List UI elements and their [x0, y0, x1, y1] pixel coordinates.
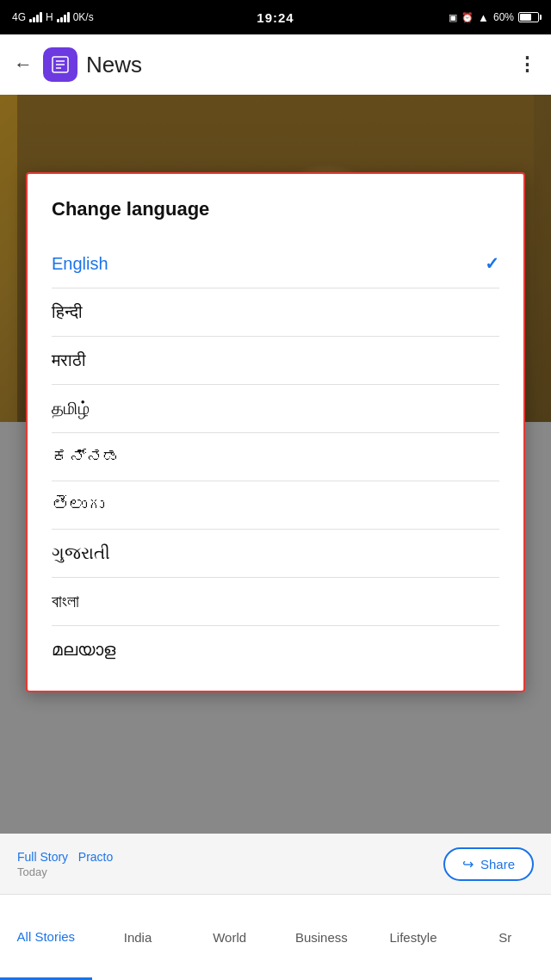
signal-bars-1: [29, 12, 42, 22]
language-item-telugu[interactable]: తెలుగు: [52, 481, 499, 530]
language-item-english[interactable]: English ✓: [52, 239, 499, 288]
tab-business[interactable]: Business: [276, 895, 368, 980]
tab-india[interactable]: India: [92, 895, 184, 980]
language-label-kannada: ಕನ್ನಡ: [52, 447, 121, 467]
language-label-hindi: हिन्दी: [52, 302, 83, 322]
language-item-bengali[interactable]: বাংলা: [52, 578, 499, 626]
tab-all-stories[interactable]: All Stories: [0, 895, 92, 980]
language-label-tamil: தமிழ்: [52, 399, 90, 419]
network-type: 4G: [12, 11, 26, 23]
signal-bars-2: [57, 12, 70, 22]
tab-lifestyle[interactable]: Lifestyle: [368, 895, 460, 980]
news-icon-svg: [50, 54, 71, 75]
modal-title: Change language: [52, 198, 499, 220]
app-bar: ← News ⋮: [0, 34, 551, 95]
more-options-button[interactable]: ⋮: [517, 53, 537, 76]
h-indicator: H: [46, 11, 53, 23]
tab-world[interactable]: World: [183, 895, 276, 980]
tab-sr-label: Sr: [498, 930, 511, 945]
bottom-navigation: All Stories India World Business Lifesty…: [0, 894, 551, 980]
language-item-kannada[interactable]: ಕನ್ನಡ: [52, 433, 499, 481]
language-label-english: English: [52, 254, 108, 274]
modal-overlay: Change language English ✓ हिन्दी मराठी த…: [0, 95, 551, 861]
language-label-bengali: বাংলা: [52, 592, 79, 611]
language-label-telugu: తెలుగు: [52, 495, 104, 515]
status-time: 19:24: [257, 10, 294, 25]
alarm-icon: ⏰: [461, 12, 474, 23]
language-item-tamil[interactable]: தமிழ்: [52, 385, 499, 433]
language-item-malayalam[interactable]: മലയാള: [52, 626, 499, 673]
change-language-modal: Change language English ✓ हिन्दी मराठी த…: [26, 172, 525, 692]
tab-lifestyle-label: Lifestyle: [390, 930, 437, 945]
status-left: 4G H 0K/s: [12, 11, 94, 23]
status-right: ▣ ⏰ ▲ 60%: [449, 11, 539, 24]
tab-sr[interactable]: Sr: [459, 895, 551, 980]
tab-business-label: Business: [295, 930, 348, 945]
data-speed: 0K/s: [73, 11, 94, 23]
language-item-hindi[interactable]: हिन्दी: [52, 288, 499, 337]
sim-icon: ▣: [449, 12, 457, 23]
tab-all-stories-label: All Stories: [17, 929, 76, 944]
app-title: News: [86, 52, 517, 78]
language-item-marathi[interactable]: मराठी: [52, 337, 499, 385]
language-label-gujarati: ગુજરાતી: [52, 543, 110, 563]
status-bar: 4G H 0K/s 19:24 ▣ ⏰ ▲ 60%: [0, 0, 551, 34]
wifi-icon: ▲: [478, 11, 489, 24]
news-app-icon: [43, 47, 77, 82]
back-button[interactable]: ←: [14, 53, 33, 76]
tab-world-label: World: [213, 930, 246, 945]
battery-icon: [518, 12, 539, 22]
language-item-gujarati[interactable]: ગુજરાતી: [52, 530, 499, 578]
article-date: Today: [17, 865, 113, 878]
language-label-marathi: मराठी: [52, 350, 86, 370]
selected-checkmark: ✓: [485, 253, 499, 274]
battery-percent: 60%: [493, 11, 514, 23]
tab-india-label: India: [124, 930, 152, 945]
language-label-malayalam: മലയാള: [52, 640, 115, 660]
